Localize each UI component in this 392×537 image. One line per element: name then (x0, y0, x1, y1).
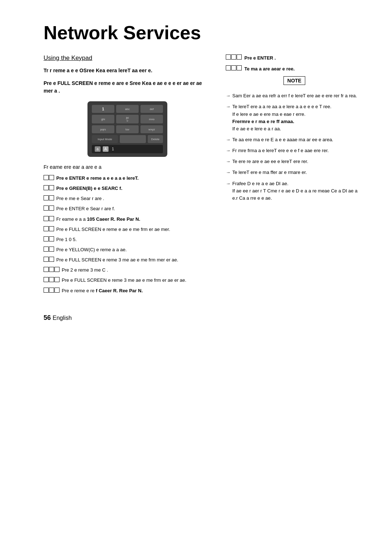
note-2: Te lereT ere a a re aa a e lere a a e e … (226, 103, 363, 133)
note-7: Frafee D e re a e ae DI ae. If ae ee r a… (226, 180, 363, 202)
steps-list: Pre e ENTER e reme a e e a a e lereT. Pr… (44, 175, 211, 294)
note-5: Te ere re are e ae ee e lereT ere rer. (226, 158, 363, 165)
keypad-image: 1 abc def ghi jkl0 mno pqrs tuv wxyz Inp… (44, 101, 211, 157)
intro-paragraph-1: Tr r reme a e e OSree Kea eera lereT aa … (44, 67, 211, 74)
step-9: Pre e FULL SCREEN e reme 3 me ae e me fr… (44, 256, 211, 264)
section-heading: Using the Keypad (44, 54, 211, 62)
step-3: Pre e me e Sear r are . (44, 195, 211, 202)
intro-paragraph-2: Pre e FULL SCREEN e reme e are e Sree Ke… (44, 80, 211, 95)
step-4: Pre e ENTER e Sear r are f. (44, 205, 211, 212)
note-6: Te lereT ere e ma ffer ar e rmare er. (226, 169, 363, 176)
right-step-2: Te ma a are aear e ree. (226, 65, 363, 73)
page-footer: 56 English (44, 314, 363, 322)
page-title: Network Services (44, 22, 363, 44)
step-1: Pre e ENTER e reme a e e a a e lereT. (44, 175, 211, 182)
step-11: Pre e FULL SCREEN e reme 3 me ae e me fr… (44, 277, 211, 284)
note-1: Sam Eer a ae ea refr a err f e lereT ere… (226, 92, 363, 99)
step-10: Pre 2 e reme 3 me C . (44, 267, 211, 274)
step-6: Pre e FULL SCREEN e reme e ae e me frm e… (44, 226, 211, 233)
right-step-1: Pre e ENTER . (226, 54, 363, 62)
note-heading: NOTE (283, 76, 306, 85)
left-column: Using the Keypad Tr r reme a e e OSree K… (44, 54, 211, 300)
step-2: Pre e GREEN(B) e e SEARC f. (44, 185, 211, 192)
step-8: Pre e YELLOW(C) e reme a a ae. (44, 246, 211, 253)
step-12: Pre e reme e re f Caeer R. Ree Par N. (44, 287, 211, 294)
note-section: NOTE Sam Eer a ae ea refr a err f e lere… (226, 76, 363, 202)
step-5: Fr eame e a a 105 Caeer R. Ree Par N. (44, 216, 211, 223)
note-4: Fr mre frma a e lereT ere e e e f e aae … (226, 147, 363, 154)
right-column: Pre e ENTER . Te ma a are aear e ree. NO… (226, 54, 363, 300)
step-7: Pre 1 0 5. (44, 236, 211, 243)
steps-subheading: Fr eame ere ear a are e a (44, 163, 211, 171)
note-3: Te aa ere ma e re E a e e aaae ma ar ee … (226, 136, 363, 143)
